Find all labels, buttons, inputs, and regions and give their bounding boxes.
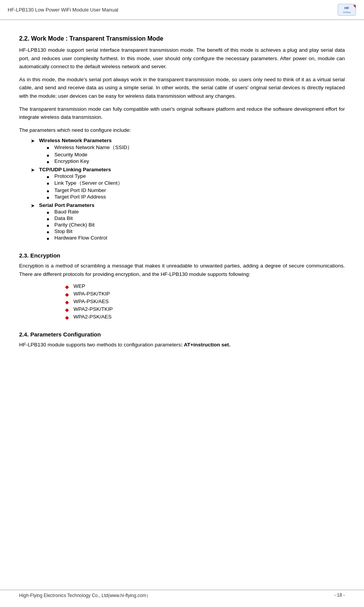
tcpudp-subitem-portip: ■ Target Port IP Address [47, 194, 123, 200]
serial-params-label: Serial Port Parameters [39, 202, 95, 208]
params-intro: The parameters which need to configure i… [19, 126, 345, 135]
square-bullet-11: ■ [47, 230, 51, 234]
serial-hwflow-label: Hardware Flow Control [54, 235, 107, 241]
section-2-2-para2: As in this mode, the module's serial por… [19, 75, 345, 100]
tcpudp-params-content: TCP/UDP Linking Parameters ■ Protocol Ty… [39, 166, 123, 200]
serial-baudrate-label: Baud Rate [54, 209, 79, 215]
square-bullet-8: ■ [47, 210, 51, 215]
square-bullet-9: ■ [47, 217, 51, 221]
serial-subitems: ■ Baud Rate ■ Data Bit ■ Parity (Check) … [47, 209, 107, 241]
encryption-wpa2-psk-aes-label: WPA2-PSK/AES [73, 314, 112, 320]
diamond-bullet-1: ◆ [65, 284, 70, 290]
square-bullet-6: ■ [47, 189, 51, 193]
encryption-wpa2-psk-tkip-label: WPA2-PSK/TKIP [73, 306, 113, 312]
tcpudp-linktype-label: Link Type（Server or Client） [54, 180, 123, 187]
serial-parity-label: Parity (Check) Bit [54, 222, 95, 228]
arrow-bullet-tcpudp: ➤ [31, 167, 36, 173]
tcpudp-params-label: TCP/UDP Linking Parameters [39, 167, 111, 172]
tcpudp-portid-label: Target Port ID Number [54, 187, 106, 193]
square-bullet-5: ■ [47, 181, 51, 185]
encryption-item-wpa-psk-tkip: ◆ WPA-PSK/TKIP [65, 291, 345, 297]
param-group-tcpudp: ➤ TCP/UDP Linking Parameters ■ Protocol … [31, 166, 345, 200]
square-bullet-1: ■ [47, 146, 51, 150]
page-footer: High-Flying Electronics Technology Co., … [0, 590, 364, 601]
tcpudp-subitems: ■ Protocol Type ■ Link Type（Server or Cl… [47, 173, 123, 200]
hf-logo: HF Hi-Flying [337, 3, 356, 16]
wireless-subitem-ssid: ■ Wireless Network Name（SSID） [47, 144, 132, 151]
section-2-4-para1-bold: : AT+instruction set. [181, 342, 230, 348]
encryption-wep-label: WEP [73, 283, 85, 289]
square-bullet-4: ■ [47, 175, 51, 179]
square-bullet-7: ■ [47, 195, 51, 200]
tcpudp-params-item: ➤ TCP/UDP Linking Parameters ■ Protocol … [31, 166, 345, 200]
section-2-2-para3: The transparent transmission mode can fu… [19, 105, 345, 121]
encryption-item-wpa2-psk-tkip: ◆ WPA2-PSK/TKIP [65, 306, 345, 313]
encryption-list: ◆ WEP ◆ WPA-PSK/TKIP ◆ WPA-PSK/AES ◆ WPA… [65, 283, 345, 320]
diamond-bullet-3: ◆ [65, 299, 70, 305]
serial-stopbit-label: Stop Bit [54, 228, 72, 234]
serial-subitem-databit: ■ Data Bit [47, 215, 107, 221]
wireless-encryption-label: Encryption Key [54, 158, 89, 164]
footer-company: High-Flying Electronics Technology Co., … [19, 592, 151, 599]
serial-databit-label: Data Bit [54, 215, 73, 221]
serial-subitem-stopbit: ■ Stop Bit [47, 228, 107, 234]
serial-subitem-baudrate: ■ Baud Rate [47, 209, 107, 215]
square-bullet-3: ■ [47, 160, 51, 164]
encryption-wpa-psk-aes-label: WPA-PSK/AES [73, 299, 109, 304]
tcpudp-subitem-protocol: ■ Protocol Type [47, 173, 123, 179]
square-bullet-2: ■ [47, 153, 51, 157]
wireless-network-params-content: Wireless Network Parameters ■ Wireless N… [39, 137, 132, 165]
tcpudp-protocol-label: Protocol Type [54, 173, 86, 179]
serial-subitem-hwflow: ■ Hardware Flow Control [47, 235, 107, 241]
square-bullet-12: ■ [47, 236, 51, 241]
param-group-wireless: ➤ Wireless Network Parameters ■ Wireless… [31, 137, 345, 165]
svg-text:Hi-Flying: Hi-Flying [343, 11, 351, 13]
section-2-2-para1: HF-LPB130 module support serial interfac… [19, 46, 345, 71]
section-2-3-para1: Encryption is a method of scrambling a m… [19, 262, 345, 278]
serial-params-content: Serial Port Parameters ■ Baud Rate ■ Dat… [39, 202, 107, 241]
encryption-wpa-psk-tkip-label: WPA-PSK/TKIP [73, 291, 110, 297]
section-2-4-para1-before: HF-LPB130 module supports two methods to… [19, 342, 181, 348]
serial-params-item: ➤ Serial Port Parameters ■ Baud Rate ■ D… [31, 202, 345, 241]
diamond-bullet-5: ◆ [65, 315, 70, 320]
section-2-4-para1: HF-LPB130 module supports two methods to… [19, 341, 345, 349]
wireless-network-params-item: ➤ Wireless Network Parameters ■ Wireless… [31, 137, 345, 165]
main-content: 2.2. Work Mode : Transparent Transmissio… [0, 24, 364, 361]
section-2-3-heading: 2.3. Encryption [19, 252, 345, 259]
section-2-4-heading: 2.4. Parameters Configuration [19, 331, 345, 338]
tcpudp-subitem-portid: ■ Target Port ID Number [47, 187, 123, 193]
header-title: HF-LPB130 Low Power WiFi Module User Man… [8, 7, 118, 13]
svg-text:HF: HF [344, 6, 349, 10]
wireless-network-params-label: Wireless Network Parameters [39, 138, 112, 143]
wireless-subitem-encryption: ■ Encryption Key [47, 158, 132, 164]
diamond-bullet-2: ◆ [65, 292, 70, 297]
param-group-serial: ➤ Serial Port Parameters ■ Baud Rate ■ D… [31, 202, 345, 241]
encryption-item-wep: ◆ WEP [65, 283, 345, 290]
arrow-bullet-wireless: ➤ [31, 138, 36, 144]
diamond-bullet-4: ◆ [65, 307, 70, 313]
page-header: HF-LPB130 Low Power WiFi Module User Man… [0, 0, 364, 20]
wireless-subitem-security: ■ Security Mode [47, 152, 132, 157]
tcpudp-portip-label: Target Port IP Address [54, 194, 106, 200]
tcpudp-subitem-linktype: ■ Link Type（Server or Client） [47, 180, 123, 187]
encryption-item-wpa2-psk-aes: ◆ WPA2-PSK/AES [65, 314, 345, 320]
encryption-item-wpa-psk-aes: ◆ WPA-PSK/AES [65, 299, 345, 305]
wireless-ssid-label: Wireless Network Name（SSID） [54, 144, 132, 151]
wireless-security-label: Security Mode [54, 152, 87, 157]
wireless-subitems: ■ Wireless Network Name（SSID） ■ Security… [47, 144, 132, 164]
serial-subitem-parity: ■ Parity (Check) Bit [47, 222, 107, 228]
section-2-2-heading: 2.2. Work Mode : Transparent Transmissio… [19, 35, 345, 42]
square-bullet-10: ■ [47, 223, 51, 228]
page-container: HF-LPB130 Low Power WiFi Module User Man… [0, 0, 364, 607]
footer-page: - 18 - [334, 592, 345, 599]
arrow-bullet-serial: ➤ [31, 203, 36, 208]
